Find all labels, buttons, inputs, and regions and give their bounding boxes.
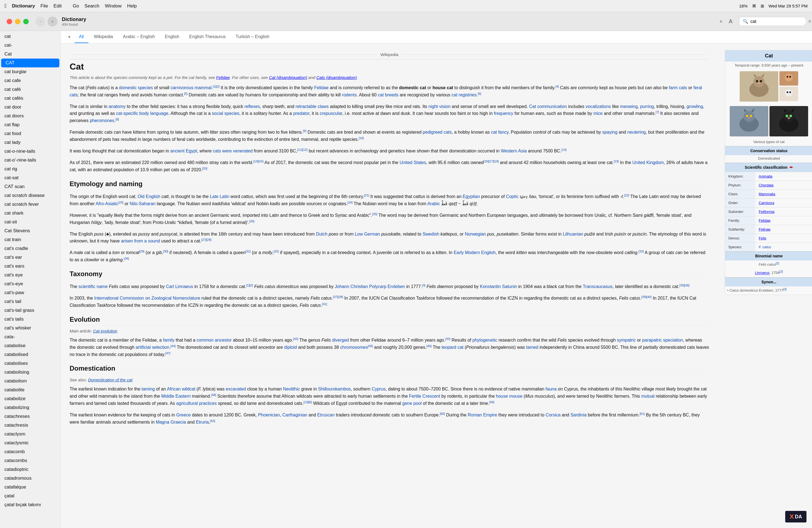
menubar-help[interactable]: Help xyxy=(127,3,137,9)
suborder-row: Suborder: Feliformia xyxy=(725,207,812,216)
sidebar-item-cat-rig[interactable]: cat rig xyxy=(0,165,60,173)
apple-menu[interactable]:  xyxy=(4,3,6,9)
tab-all[interactable]: All xyxy=(75,31,88,43)
menubar-edit[interactable]: Edit xyxy=(54,3,62,9)
sidebar-item-cat-food[interactable]: cat food xyxy=(0,129,60,138)
svg-point-13 xyxy=(789,76,791,78)
sidebar-item-cat-sit[interactable]: cat-sit xyxy=(0,218,60,226)
sidebar-item-catabolizing[interactable]: catabolizing xyxy=(0,403,60,412)
sidebar-item-cat-doors[interactable]: cat doors xyxy=(0,112,60,120)
maximize-button[interactable] xyxy=(23,19,29,24)
sidebar-item-cats-cradle[interactable]: cat's cradle xyxy=(0,244,60,253)
sidebar-item-catachresis[interactable]: catachresis xyxy=(0,421,60,430)
sidebar-item-catacombs[interactable]: catacombs xyxy=(0,456,60,465)
font-decrease-button[interactable]: A xyxy=(717,18,724,25)
sidebar-item-catabolised[interactable]: catabolised xyxy=(0,350,60,359)
sidebar-item-cats-tail[interactable]: cat's tail xyxy=(0,297,60,306)
cat-image-2 xyxy=(779,71,798,86)
article-area: Wikipedia Cat This article is about the … xyxy=(61,43,812,528)
infobox: Cat Temporal range: 9,500 years ago – pr… xyxy=(725,50,812,295)
menubar-search[interactable]: Search xyxy=(85,3,99,9)
tab-english[interactable]: English xyxy=(160,31,184,43)
family-row: Family: Felidae xyxy=(725,216,812,225)
phylum-row: Phylum: Chordata xyxy=(725,180,812,189)
sidebar-item-cat-cafe[interactable]: cat cafe xyxy=(0,76,60,85)
sidebar-item-cat-train[interactable]: cat train xyxy=(0,235,60,244)
back-button[interactable]: ‹ xyxy=(35,17,45,27)
sidebar-item-cat-flap[interactable]: cat flap xyxy=(0,120,60,129)
sidebar-item-catabolise[interactable]: catabolise xyxy=(0,341,60,350)
sidebar-item-cat-scratch-disease[interactable]: cat scratch disease xyxy=(0,191,60,200)
font-increase-button[interactable]: A xyxy=(727,17,735,26)
menubar-dictionary[interactable]: Dictionary xyxy=(12,3,35,9)
synonyms-value: • Catus domesticus Erxleben, 1777[3] xyxy=(725,287,812,295)
search-box: 🔍 ✕ xyxy=(739,17,806,26)
sidebar-item-cats-eye[interactable]: cat's eye xyxy=(0,270,60,279)
sidebar-item-cats-tails[interactable]: cat's tails xyxy=(0,315,60,324)
sidebar-item-cat-o-nine-tails2[interactable]: cat-o'-nine-tails xyxy=(0,156,60,165)
sidebar-item-catafalque[interactable]: catafalque xyxy=(0,483,60,492)
sidebar-item-cat-o-nine-tails[interactable]: cat-o-nine-tails xyxy=(0,147,60,156)
search-clear-button[interactable]: ✕ xyxy=(808,19,811,24)
sidebar-item-cataclysmic[interactable]: cataclysmic xyxy=(0,439,60,448)
sidebar-item-cats-tail-grass[interactable]: cat's-tail grass xyxy=(0,306,60,315)
sidebar-item-cat-door[interactable]: cat door xyxy=(0,103,60,112)
sidebar-item-cats-whisker[interactable]: cat's whisker xyxy=(0,324,60,333)
sidebar-item-cat[interactable]: cat xyxy=(0,32,60,41)
sidebar-item-cat-sat[interactable]: cat-sat xyxy=(0,173,60,182)
control-center-icon[interactable]: ⊞ xyxy=(760,4,764,9)
forward-button[interactable]: › xyxy=(47,17,57,27)
sidebar-item-cat-shark[interactable]: cat shark xyxy=(0,209,60,218)
sidebar-item-catabolism[interactable]: catabolism xyxy=(0,377,60,385)
dropdown-arrow: ▼ xyxy=(68,35,71,39)
tab-english-thesaurus[interactable]: English Thesaurus xyxy=(185,31,230,43)
search-icon: 🔍 xyxy=(743,19,748,24)
sidebar-item-catabolite[interactable]: catabolite xyxy=(0,385,60,394)
sidebar-item-catachreses[interactable]: catachreses xyxy=(0,412,60,421)
sidebar-item-cat-stevens[interactable]: Cat Stevens xyxy=(0,226,60,235)
sidebar-item-catal[interactable]: çatal xyxy=(0,492,60,500)
wiki-content: Wikipedia Cat This article is about the … xyxy=(61,43,718,437)
sidebar-item-cats-eye2[interactable]: cat's-eye xyxy=(0,279,60,288)
sidebar-item-cat-cafes[interactable]: cat cafés xyxy=(0,94,60,103)
domestication-para-1: The earliest known indication for the ta… xyxy=(70,385,709,407)
sidebar-item-cats-ears[interactable]: cat's ears xyxy=(0,262,60,270)
search-input[interactable] xyxy=(750,19,806,24)
sidebar-item-Cat[interactable]: Cat xyxy=(0,50,60,59)
main-content: ▼ All Wikipedia Arabic – English English… xyxy=(61,31,812,528)
evolution-title: Evolution xyxy=(70,316,709,325)
edit-icon[interactable]: ✏ xyxy=(789,165,793,170)
sidebar-item-catabolises[interactable]: catabolises xyxy=(0,359,60,368)
sidebar-item-cats-paw[interactable]: cat's-paw xyxy=(0,288,60,297)
menubar-window[interactable]: Window xyxy=(105,3,121,9)
close-button[interactable] xyxy=(6,19,12,24)
evolution-see-also: Main article: Cat evolution xyxy=(70,328,709,333)
sidebar-item-cata[interactable]: cata- xyxy=(0,333,60,341)
sidebar-item-catadioptric[interactable]: catadioptric xyxy=(0,465,60,474)
sidebar-item-catabolize[interactable]: catabolize xyxy=(0,394,60,403)
etymology-para-4: A male cat is called a tom or tomcat[29]… xyxy=(70,249,709,263)
sidebar-item-cat-dash[interactable]: cat- xyxy=(0,41,60,50)
sidebar-item-cat-cafe-accent[interactable]: cat café xyxy=(0,85,60,94)
sidebar-item-catal-bicak[interactable]: çatal bıçak takımı xyxy=(0,500,60,509)
tab-turkish-english[interactable]: Turkish – English xyxy=(231,31,274,43)
sidebar-item-cat-lady[interactable]: cat lady xyxy=(0,138,60,147)
menubar-file[interactable]: File xyxy=(40,3,48,9)
sidebar-item-cats-ear[interactable]: cat's ear xyxy=(0,253,60,262)
sidebar-item-cat-scan[interactable]: CAT scan xyxy=(0,182,60,191)
minimize-button[interactable] xyxy=(15,19,20,24)
svg-point-22 xyxy=(743,111,755,122)
tab-wikipedia[interactable]: Wikipedia xyxy=(89,31,117,43)
svg-point-26 xyxy=(750,115,752,117)
sidebar-item-cat-scratch-fever[interactable]: cat scratch fever xyxy=(0,200,60,209)
right-panel: Cat Temporal range: 9,500 years ago – pr… xyxy=(718,43,812,528)
sidebar-item-CAT[interactable]: CAT xyxy=(1,59,59,68)
sidebar-item-catacomb[interactable]: catacomb xyxy=(0,448,60,456)
menubar-go[interactable]: Go xyxy=(73,3,79,9)
sidebar-item-catabolising[interactable]: catabolising xyxy=(0,368,60,377)
tab-arabic-english[interactable]: Arabic – English xyxy=(118,31,159,43)
sidebar-item-cat-burglar[interactable]: cat burglar xyxy=(0,68,60,76)
sidebar-item-catadromous[interactable]: catadromous xyxy=(0,474,60,483)
para-5: As of 2021, there were an estimated 220 … xyxy=(70,159,709,173)
sidebar-item-cataclysm[interactable]: cataclysm xyxy=(0,430,60,439)
